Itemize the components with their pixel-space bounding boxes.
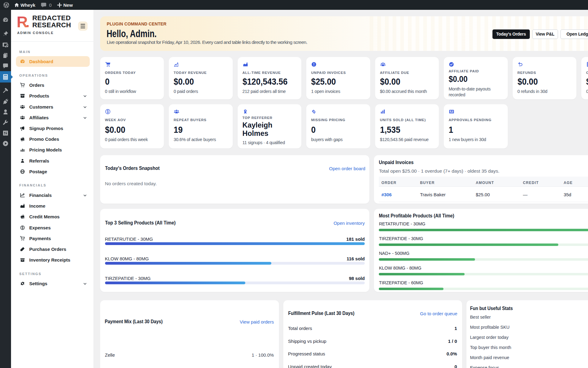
svg-text:R: R <box>17 16 28 28</box>
